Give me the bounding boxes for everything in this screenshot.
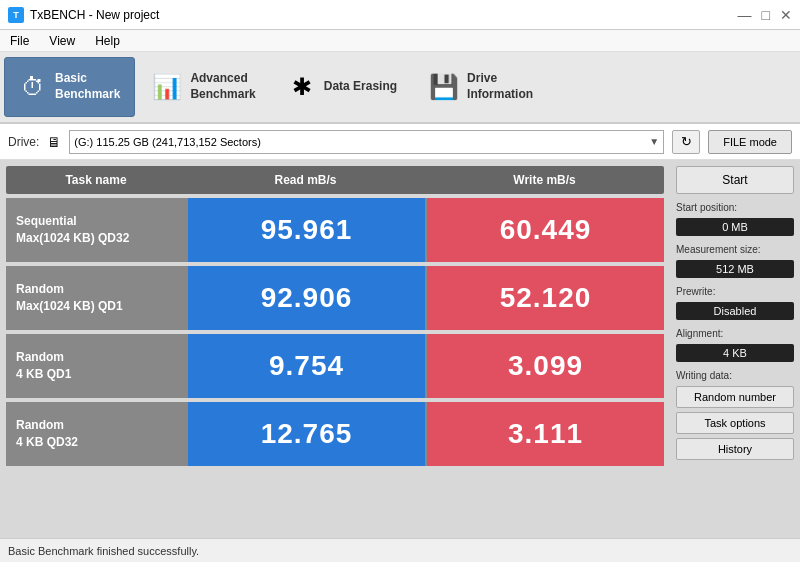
tab-drive-information[interactable]: 💾 DriveInformation — [414, 57, 548, 117]
window-title: TxBENCH - New project — [30, 8, 159, 22]
close-button[interactable]: ✕ — [780, 7, 792, 23]
row-4-read: 12.765 — [188, 402, 425, 466]
advanced-benchmark-icon: 📊 — [152, 73, 182, 101]
start-position-label: Start position: — [676, 202, 794, 213]
measurement-size-value: 512 MB — [676, 260, 794, 278]
row-2-label: RandomMax(1024 KB) QD1 — [6, 266, 186, 330]
basic-benchmark-label: BasicBenchmark — [55, 71, 120, 102]
measurement-size-label: Measurement size: — [676, 244, 794, 255]
toolbar: ⏱ BasicBenchmark 📊 AdvancedBenchmark ✱ D… — [0, 52, 800, 124]
table-row: Random4 KB QD32 12.765 3.111 — [6, 402, 664, 466]
history-button[interactable]: History — [676, 438, 794, 460]
row-1-write: 60.449 — [427, 198, 664, 262]
row-4-write: 3.111 — [427, 402, 664, 466]
main-content: Task name Read mB/s Write mB/s Sequentia… — [0, 160, 800, 538]
row-3-label: Random4 KB QD1 — [6, 334, 186, 398]
drive-bar: Drive: 🖥 (G:) 115.25 GB (241,713,152 Sec… — [0, 124, 800, 160]
table-row: SequentialMax(1024 KB) QD32 95.961 60.44… — [6, 198, 664, 262]
drive-information-label: DriveInformation — [467, 71, 533, 102]
menu-view[interactable]: View — [45, 32, 79, 50]
prewrite-value: Disabled — [676, 302, 794, 320]
menu-file[interactable]: File — [6, 32, 33, 50]
alignment-label: Alignment: — [676, 328, 794, 339]
drive-select[interactable]: (G:) 115.25 GB (241,713,152 Sectors) ▼ — [69, 130, 664, 154]
writing-data-label: Writing data: — [676, 370, 794, 381]
row-1-label: SequentialMax(1024 KB) QD32 — [6, 198, 186, 262]
col-write: Write mB/s — [425, 169, 664, 191]
table-row: Random4 KB QD1 9.754 3.099 — [6, 334, 664, 398]
app-icon: T — [8, 7, 24, 23]
alignment-value: 4 KB — [676, 344, 794, 362]
minimize-button[interactable]: — — [738, 7, 752, 23]
row-1-read: 95.961 — [188, 198, 425, 262]
advanced-benchmark-label: AdvancedBenchmark — [190, 71, 255, 102]
sidebar: Start Start position: 0 MB Measurement s… — [670, 160, 800, 538]
prewrite-label: Prewrite: — [676, 286, 794, 297]
start-position-value: 0 MB — [676, 218, 794, 236]
maximize-button[interactable]: □ — [762, 7, 770, 23]
row-2-write: 52.120 — [427, 266, 664, 330]
basic-benchmark-icon: ⏱ — [19, 73, 47, 101]
status-bar: Basic Benchmark finished successfully. — [0, 538, 800, 562]
drive-select-text: (G:) 115.25 GB (241,713,152 Sectors) — [74, 136, 649, 148]
title-bar: T TxBENCH - New project — □ ✕ — [0, 0, 800, 30]
start-button[interactable]: Start — [676, 166, 794, 194]
chevron-down-icon: ▼ — [649, 136, 659, 147]
tab-basic-benchmark[interactable]: ⏱ BasicBenchmark — [4, 57, 135, 117]
menu-bar: File View Help — [0, 30, 800, 52]
menu-help[interactable]: Help — [91, 32, 124, 50]
drive-refresh-button[interactable]: ↻ — [672, 130, 700, 154]
tab-advanced-benchmark[interactable]: 📊 AdvancedBenchmark — [137, 57, 270, 117]
table-row: RandomMax(1024 KB) QD1 92.906 52.120 — [6, 266, 664, 330]
drive-label: Drive: — [8, 135, 39, 149]
table-header: Task name Read mB/s Write mB/s — [6, 166, 664, 194]
col-read: Read mB/s — [186, 169, 425, 191]
row-4-label: Random4 KB QD32 — [6, 402, 186, 466]
task-options-button[interactable]: Task options — [676, 412, 794, 434]
row-2-read: 92.906 — [188, 266, 425, 330]
writing-data-button[interactable]: Random number — [676, 386, 794, 408]
drive-icon: 🖥 — [47, 134, 61, 150]
row-3-write: 3.099 — [427, 334, 664, 398]
row-3-read: 9.754 — [188, 334, 425, 398]
title-controls[interactable]: — □ ✕ — [738, 7, 792, 23]
table-area: Task name Read mB/s Write mB/s Sequentia… — [0, 160, 670, 538]
file-mode-button[interactable]: FILE mode — [708, 130, 792, 154]
status-message: Basic Benchmark finished successfully. — [8, 545, 199, 557]
title-bar-left: T TxBENCH - New project — [8, 7, 159, 23]
drive-information-icon: 💾 — [429, 73, 459, 101]
data-erasing-icon: ✱ — [288, 73, 316, 101]
data-erasing-label: Data Erasing — [324, 79, 397, 95]
col-task-name: Task name — [6, 169, 186, 191]
tab-data-erasing[interactable]: ✱ Data Erasing — [273, 57, 412, 117]
